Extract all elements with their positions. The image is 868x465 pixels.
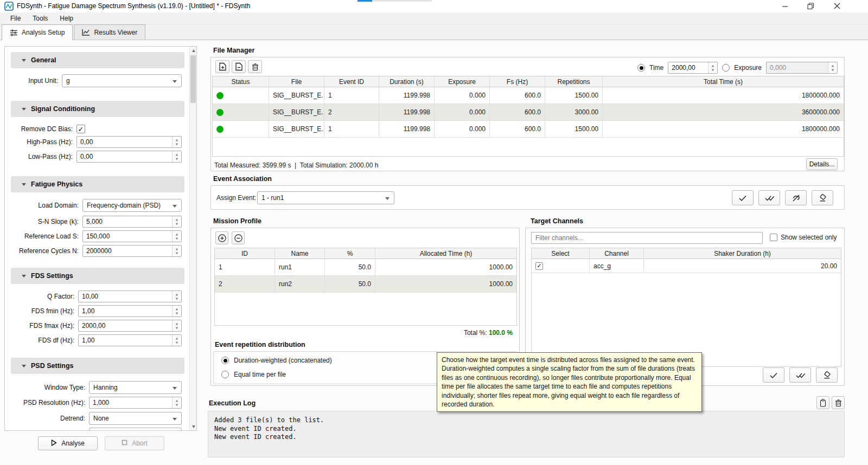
file-row[interactable]: SIG__BURST_E... 1 1199.998 0.000 600.0 1… xyxy=(213,121,844,138)
execution-log-area[interactable]: Added 3 file(s) to the list. New event I… xyxy=(208,411,845,457)
col-id[interactable]: ID xyxy=(215,248,275,259)
details-button[interactable]: Details... xyxy=(806,158,838,170)
spin-arrows-icon[interactable] xyxy=(172,291,181,302)
channel-select-checkbox[interactable]: ✓ xyxy=(535,262,543,270)
col-status[interactable]: Status xyxy=(213,76,269,87)
section-signal-conditioning[interactable]: Signal Conditioning xyxy=(11,101,184,117)
high-pass-input[interactable] xyxy=(77,137,172,147)
spin-arrows-icon[interactable] xyxy=(172,246,181,256)
select-channel-button[interactable] xyxy=(763,367,784,383)
section-fatigue-physics[interactable]: Fatigue Physics xyxy=(11,176,184,192)
filter-channels-input[interactable] xyxy=(531,232,763,244)
input-unit-select[interactable]: g xyxy=(62,74,182,87)
spin-arrows-icon[interactable] xyxy=(172,137,181,147)
col-allocated-time[interactable]: Allocated Time (h) xyxy=(375,248,516,259)
close-button[interactable] xyxy=(828,0,846,12)
add-file-button[interactable] xyxy=(215,60,229,73)
menu-help[interactable]: Help xyxy=(55,14,78,23)
ref-load-input[interactable] xyxy=(83,231,172,242)
equal-time-option[interactable]: Equal time per file xyxy=(221,371,286,378)
col-repetitions[interactable]: Repetitions xyxy=(545,76,603,87)
tab-analysis-setup[interactable]: Analysis Setup xyxy=(2,24,73,40)
ref-cycles-input[interactable] xyxy=(83,246,172,256)
col-fs[interactable]: Fs (Hz) xyxy=(490,76,545,87)
file-row[interactable]: SIG__BURST_E... 2 1199.998 0.000 600.0 3… xyxy=(213,104,844,121)
section-general[interactable]: General xyxy=(11,52,184,68)
col-total-time[interactable]: Total Time (s) xyxy=(603,76,844,87)
duration-weighted-radio[interactable] xyxy=(221,357,229,364)
show-selected-checkbox[interactable] xyxy=(770,234,777,241)
minimize-button[interactable] xyxy=(776,0,794,12)
q-factor-spinbox[interactable] xyxy=(78,290,182,302)
mission-row[interactable]: 1 run1 50.0 1000.00 xyxy=(215,259,516,276)
clear-log-button[interactable] xyxy=(832,396,845,409)
low-pass-spinbox[interactable] xyxy=(76,151,182,163)
sn-slope-input[interactable] xyxy=(83,216,172,227)
abort-button[interactable]: Abort xyxy=(105,436,164,450)
detrend-select[interactable]: None xyxy=(89,412,182,425)
exposure-radio[interactable] xyxy=(722,64,730,72)
exposure-spinbox[interactable] xyxy=(766,62,838,74)
section-fds-settings[interactable]: FDS Settings xyxy=(11,268,184,284)
spin-arrows-icon[interactable] xyxy=(172,231,181,242)
duration-weighted-option[interactable]: Duration-weighted (concatenated) xyxy=(221,357,332,364)
tab-results-viewer[interactable]: Results Viewer xyxy=(74,24,145,40)
spin-arrows-icon[interactable] xyxy=(172,320,181,331)
sn-slope-spinbox[interactable] xyxy=(82,216,182,228)
ref-cycles-spinbox[interactable] xyxy=(82,245,182,257)
fds-fmin-input[interactable] xyxy=(79,306,172,317)
col-channel[interactable]: Channel xyxy=(590,248,644,259)
mission-row[interactable]: 2 run2 50.0 1000.00 xyxy=(215,276,516,293)
load-domain-select[interactable]: Frequency-domain (PSD) xyxy=(82,199,182,212)
spin-arrows-icon[interactable] xyxy=(828,62,837,73)
show-selected-only[interactable]: Show selected only xyxy=(770,234,837,241)
remove-event-button[interactable] xyxy=(232,231,245,244)
fds-df-spinbox[interactable] xyxy=(78,334,182,346)
fds-fmin-spinbox[interactable] xyxy=(78,305,182,317)
scroll-down-icon[interactable] xyxy=(190,423,197,430)
clear-associations-button[interactable] xyxy=(812,190,833,205)
psd-resolution-input[interactable] xyxy=(90,397,172,408)
unassign-button[interactable] xyxy=(785,190,807,205)
scroll-up-icon[interactable] xyxy=(190,47,197,54)
delete-files-button[interactable] xyxy=(248,60,262,73)
scrollbar-thumb[interactable] xyxy=(190,55,196,103)
col-pct[interactable]: % xyxy=(325,248,375,259)
low-pass-input[interactable] xyxy=(77,151,172,162)
col-name[interactable]: Name xyxy=(275,248,325,259)
col-event-id[interactable]: Event ID xyxy=(324,76,379,87)
col-duration[interactable]: Duration (s) xyxy=(379,76,435,87)
high-pass-spinbox[interactable] xyxy=(76,136,182,148)
section-psd-settings[interactable]: PSD Settings xyxy=(11,358,184,374)
equal-time-radio[interactable] xyxy=(221,371,229,378)
menu-file[interactable]: File xyxy=(5,14,25,23)
channel-row[interactable]: ✓ acc_g 20.00 xyxy=(532,259,841,273)
time-radio[interactable] xyxy=(637,64,645,72)
spin-arrows-icon[interactable] xyxy=(172,306,181,317)
clear-channels-button[interactable] xyxy=(816,367,838,383)
spin-arrows-icon[interactable] xyxy=(708,62,717,73)
restore-button[interactable] xyxy=(801,0,820,12)
assign-event-select[interactable]: 1 - run1 xyxy=(257,191,394,204)
add-event-button[interactable] xyxy=(215,231,228,244)
remove-dc-checkbox[interactable]: ✓ xyxy=(76,125,85,133)
fds-fmax-input[interactable] xyxy=(79,320,172,331)
exposure-input[interactable] xyxy=(767,62,828,73)
col-shaker-duration[interactable]: Shaker Duration (h) xyxy=(644,248,841,259)
assign-selected-button[interactable] xyxy=(732,190,754,205)
spin-arrows-icon[interactable] xyxy=(172,216,181,227)
menu-tools[interactable]: Tools xyxy=(28,14,53,23)
assign-all-button[interactable] xyxy=(758,190,780,205)
psd-resolution-spinbox[interactable] xyxy=(89,397,182,409)
copy-log-button[interactable] xyxy=(816,396,829,409)
file-row[interactable]: SIG__BURST_E... 1 1199.998 0.000 600.0 1… xyxy=(213,87,844,104)
window-type-select[interactable]: Hanning xyxy=(89,381,182,394)
col-file[interactable]: File xyxy=(269,76,324,87)
welch-overlap-select[interactable]: Auto xyxy=(89,428,182,430)
col-exposure[interactable]: Exposure xyxy=(435,76,490,87)
analyse-button[interactable]: Analyse xyxy=(38,436,98,450)
col-select[interactable]: Select xyxy=(532,248,590,259)
q-factor-input[interactable] xyxy=(79,291,172,302)
spin-arrows-icon[interactable] xyxy=(172,151,181,162)
ref-load-spinbox[interactable] xyxy=(82,230,182,242)
